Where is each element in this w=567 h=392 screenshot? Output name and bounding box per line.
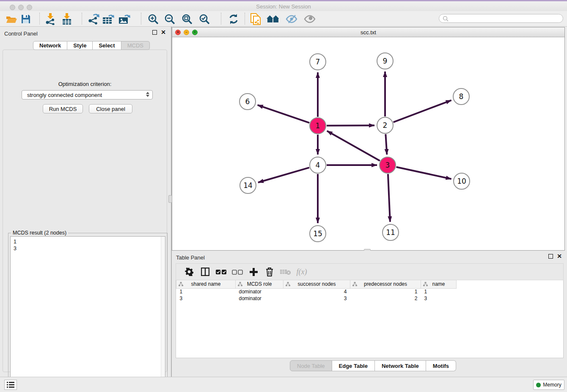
run-mcds-button[interactable]: Run MCDS <box>43 104 83 113</box>
column-header-MCDS-role[interactable]: MCDS role <box>236 280 284 288</box>
table-tabs-strip: Node TableEdge TableNetwork TableMotifs <box>172 358 567 373</box>
float-table-panel-icon[interactable] <box>548 254 553 259</box>
table-cell[interactable]: 2 <box>350 295 421 302</box>
column-header-name[interactable]: name <box>421 280 457 288</box>
graph-node-7[interactable]: 7 <box>309 53 326 70</box>
graph-edge-1-2[interactable] <box>327 125 374 126</box>
hide-details-eye-icon[interactable] <box>284 12 299 26</box>
tab-motifs[interactable]: Motifs <box>426 360 456 371</box>
close-panel-button[interactable]: Close panel <box>89 104 132 113</box>
result-scrollbar[interactable] <box>161 237 165 390</box>
graph-node-2[interactable]: 2 <box>377 117 394 134</box>
toolbar-separator <box>245 13 245 25</box>
column-header-shared-name[interactable]: shared name <box>176 280 236 288</box>
table-cell[interactable]: 1 <box>350 288 421 295</box>
select-all-checkboxes-icon[interactable] <box>213 269 229 275</box>
column-header-successor-nodes[interactable]: successor nodes <box>284 280 350 288</box>
graph-node-10[interactable]: 10 <box>453 173 470 190</box>
table-cell[interactable]: 1 <box>176 288 236 295</box>
graph-node-8[interactable]: 8 <box>453 88 470 105</box>
table-panel-title: Table Panel <box>176 254 205 261</box>
memory-button[interactable]: Memory <box>533 380 564 390</box>
show-details-eye-icon[interactable] <box>302 12 317 26</box>
tab-select[interactable]: Select <box>93 41 121 50</box>
network-canvas[interactable]: 7968124314101511 <box>172 37 564 250</box>
settings-gear-icon[interactable] <box>181 268 197 276</box>
table-cell[interactable]: 1 <box>421 288 457 295</box>
graph-edge-1-6[interactable] <box>258 105 309 123</box>
network-view-window: ✕ − + scc.txt 7968124314101511 <box>172 27 565 251</box>
graph-node-9[interactable]: 9 <box>377 52 394 69</box>
table-cell[interactable]: 3 <box>421 295 457 302</box>
import-network-icon[interactable] <box>43 12 58 26</box>
table-row[interactable]: 1dominator411 <box>176 288 457 295</box>
application-window: Session: New Session <box>0 0 567 392</box>
toolbar-separator <box>141 13 141 25</box>
export-table-icon[interactable] <box>101 12 116 26</box>
zoom-selected-icon[interactable] <box>197 12 212 26</box>
deselect-all-checkboxes-icon[interactable] <box>229 269 245 275</box>
table-cell[interactable]: 4 <box>284 288 350 295</box>
graph-node-14[interactable]: 14 <box>239 177 256 194</box>
graph-edge-3-11[interactable] <box>388 174 390 222</box>
graph-node-4[interactable]: 4 <box>309 157 326 174</box>
graph-node-6[interactable]: 6 <box>239 93 256 110</box>
window-title: Session: New Session <box>0 3 567 10</box>
node-table-grid[interactable]: shared nameMCDS rolesuccessor nodesprede… <box>176 280 457 302</box>
graph-edge-3-1[interactable] <box>327 131 380 160</box>
export-image-icon[interactable] <box>117 12 132 26</box>
graph-edge-3-10[interactable] <box>396 167 451 179</box>
zoom-in-icon[interactable] <box>146 12 161 26</box>
mcds-result-textarea[interactable]: 13 <box>10 236 165 390</box>
table-cell[interactable]: 3 <box>284 295 350 302</box>
float-panel-icon[interactable] <box>152 30 157 35</box>
hierarchy-icon <box>286 282 290 288</box>
toolbar-separator <box>82 13 82 25</box>
graph-node-1[interactable]: 1 <box>309 117 326 134</box>
tab-node-table[interactable]: Node Table <box>290 360 332 371</box>
table-cell[interactable]: 3 <box>176 295 236 302</box>
criterion-dropdown-value: strongly connected component <box>27 92 102 98</box>
column-header-predecessor-nodes[interactable]: predecessor nodes <box>350 280 421 288</box>
table-row[interactable]: 3dominator323 <box>176 295 457 302</box>
node-table: shared nameMCDS rolesuccessor nodesprede… <box>176 280 564 358</box>
tab-edge-table[interactable]: Edge Table <box>332 360 375 371</box>
memory-label: Memory <box>543 382 561 388</box>
graph-edge-4-14[interactable] <box>258 168 309 182</box>
control-panel: Control Panel ✕ Optimization criterion: … <box>0 27 171 377</box>
memory-status-icon <box>536 383 541 387</box>
save-session-icon[interactable] <box>18 12 33 26</box>
tab-mcds[interactable]: MCDS <box>121 41 150 50</box>
import-table-icon[interactable] <box>59 12 74 26</box>
close-panel-icon[interactable]: ✕ <box>161 30 166 35</box>
zoom-fit-icon[interactable] <box>179 12 195 26</box>
tab-network-table[interactable]: Network Table <box>375 360 426 371</box>
tab-network[interactable]: Network <box>33 41 67 50</box>
graph-edge-2-8[interactable] <box>394 100 451 122</box>
graph-edge-2-3[interactable] <box>385 134 387 155</box>
zoom-out-icon[interactable] <box>162 12 177 26</box>
home-view-icon[interactable] <box>265 12 281 26</box>
add-column-icon[interactable] <box>245 268 261 276</box>
graph-node-11[interactable]: 11 <box>382 224 399 241</box>
graph-node-15[interactable]: 15 <box>309 225 326 242</box>
refresh-icon[interactable] <box>226 12 241 26</box>
delete-column-icon[interactable] <box>261 268 278 276</box>
control-panel-title: Control Panel <box>4 30 38 37</box>
result-line: 3 <box>14 245 165 252</box>
graph-node-3[interactable]: 3 <box>379 157 396 174</box>
tab-style[interactable]: Style <box>67 41 93 50</box>
search-icon <box>443 16 449 22</box>
criterion-dropdown[interactable]: strongly connected component <box>22 90 153 99</box>
task-history-button[interactable] <box>4 380 17 390</box>
export-network-icon[interactable] <box>86 12 101 26</box>
table-cell[interactable]: dominator <box>236 288 284 295</box>
duplicate-network-icon[interactable] <box>248 12 263 26</box>
table-toolbar: f(x) <box>176 263 564 280</box>
edges-layer <box>172 37 564 250</box>
close-table-panel-icon[interactable]: ✕ <box>557 254 562 259</box>
split-columns-icon[interactable] <box>197 268 213 276</box>
open-session-icon[interactable] <box>4 12 19 26</box>
search-input[interactable] <box>439 14 563 23</box>
table-cell[interactable]: dominator <box>236 295 284 302</box>
